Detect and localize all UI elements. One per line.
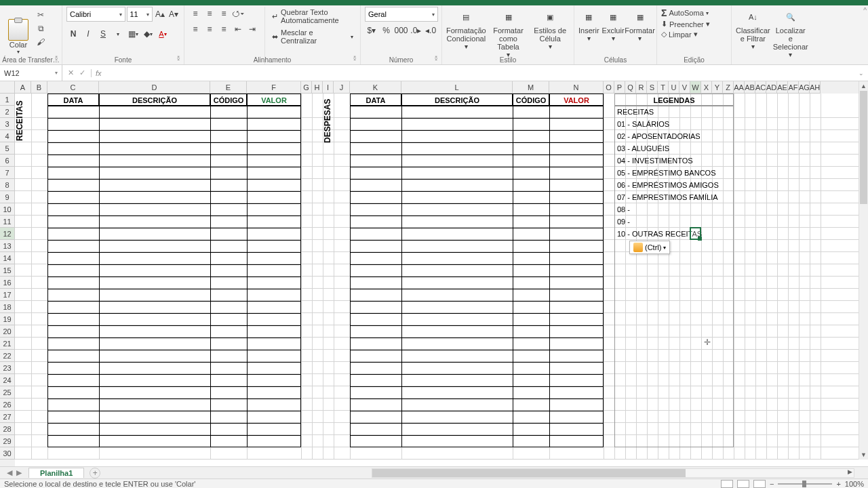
dec-decimal-icon[interactable]: ◂.0 (424, 24, 437, 37)
copy-icon[interactable]: ⧉ (35, 23, 46, 34)
row-header[interactable]: 11 (0, 216, 15, 228)
col-header[interactable]: F (247, 81, 301, 94)
row-header[interactable]: 2 (0, 106, 15, 118)
page-break-icon[interactable] (753, 480, 766, 488)
row-header[interactable]: 12 (0, 228, 15, 240)
orientation-icon[interactable]: ⭯▾ (231, 7, 245, 20)
row-header[interactable]: 5 (0, 142, 15, 155)
zoom-out-icon[interactable]: − (770, 480, 774, 488)
shrink-font-icon[interactable]: A▾ (167, 7, 180, 21)
zoom-in-icon[interactable]: + (836, 480, 840, 488)
row-header[interactable]: 18 (0, 301, 15, 313)
fx-icon[interactable]: fx (91, 69, 102, 77)
scroll-up-icon[interactable]: ▲ (859, 81, 868, 91)
underline-button[interactable]: S (96, 27, 110, 41)
col-header[interactable]: Z (723, 81, 734, 94)
row-header[interactable]: 24 (0, 374, 15, 386)
add-sheet-button[interactable]: + (90, 468, 100, 479)
align-center-icon[interactable]: ≡ (203, 22, 216, 36)
col-header[interactable]: N (549, 81, 604, 94)
prev-sheet-icon[interactable]: ◀ (7, 468, 12, 477)
col-header[interactable]: V (679, 81, 690, 94)
normal-view-icon[interactable] (721, 480, 733, 488)
row-header[interactable]: 21 (0, 338, 15, 350)
format-painter-icon[interactable]: 🖌 (35, 37, 46, 47)
row-header[interactable]: 15 (0, 264, 15, 277)
row-header[interactable]: 4 (0, 130, 15, 142)
col-header[interactable]: Q (625, 81, 636, 94)
col-header[interactable]: AH (810, 81, 821, 94)
row-header[interactable]: 29 (0, 435, 15, 447)
row-header[interactable]: 8 (0, 179, 15, 191)
col-header[interactable]: AD (766, 81, 777, 94)
page-layout-icon[interactable] (737, 480, 749, 488)
number-launcher[interactable]: ⧰ (432, 55, 440, 63)
align-bot-icon[interactable]: ≡ (217, 7, 231, 20)
select-all-corner[interactable] (0, 81, 15, 94)
row-header[interactable]: 3 (0, 118, 15, 130)
zoom-slider[interactable] (778, 483, 832, 485)
next-sheet-icon[interactable]: ▶ (16, 468, 22, 477)
row-header[interactable]: 25 (0, 386, 15, 399)
col-header[interactable]: AF (788, 81, 799, 94)
col-header[interactable]: P (614, 81, 625, 94)
col-header[interactable]: AA (734, 81, 745, 94)
row-header[interactable]: 19 (0, 313, 15, 325)
autosum-button[interactable]: ΣAutoSoma▾ (661, 7, 710, 19)
row-header[interactable]: 28 (0, 423, 15, 435)
sheet-tab-active[interactable]: Planilha1 (28, 468, 84, 478)
clear-button[interactable]: ◇Limpar▾ (661, 29, 710, 39)
col-header[interactable]: R (636, 81, 647, 94)
row-header[interactable]: 13 (0, 240, 15, 252)
col-header[interactable]: Y (712, 81, 723, 94)
row-header[interactable]: 16 (0, 277, 15, 289)
row-header[interactable]: 9 (0, 191, 15, 203)
row-header[interactable]: 20 (0, 325, 15, 338)
col-header[interactable]: X (701, 81, 712, 94)
font-launcher[interactable]: ⧰ (174, 55, 182, 63)
row-header[interactable]: 1 (0, 94, 15, 106)
scroll-right-icon[interactable]: ▶ (848, 468, 852, 475)
vertical-scrollbar[interactable]: ▲ ▼ (859, 81, 868, 460)
row-header[interactable]: 23 (0, 362, 15, 374)
col-header[interactable]: O (604, 81, 614, 94)
name-box[interactable]: W12▾ (0, 65, 62, 81)
currency-icon[interactable]: $▾ (365, 24, 378, 37)
expand-formula-icon[interactable]: ⌄ (854, 70, 868, 77)
align-right-icon[interactable]: ≡ (217, 22, 231, 36)
fill-button[interactable]: ⬇Preencher▾ (661, 19, 710, 29)
cells-area[interactable]: RECEITASDESPESASDATADESCRIÇÃOCÓDIGOVALOR… (15, 94, 859, 460)
col-header[interactable]: E (210, 81, 247, 94)
align-left-icon[interactable]: ≡ (189, 22, 202, 36)
col-header[interactable]: L (401, 81, 513, 94)
clipboard-launcher[interactable]: ⧰ (52, 55, 60, 63)
row-header[interactable]: 14 (0, 252, 15, 264)
col-header[interactable]: AC (755, 81, 766, 94)
number-format-combo[interactable]: Geral▾ (365, 7, 438, 22)
enter-icon[interactable]: ✓ (79, 68, 85, 77)
font-color-icon[interactable]: A▾ (156, 27, 170, 41)
col-header[interactable]: I (323, 81, 334, 94)
col-header[interactable]: D (99, 81, 210, 94)
col-header[interactable]: G (301, 81, 312, 94)
col-header[interactable]: AB (745, 81, 755, 94)
hscroll-thumb[interactable] (372, 469, 685, 477)
row-header[interactable]: 7 (0, 167, 15, 179)
col-header[interactable]: H (312, 81, 323, 94)
col-header[interactable]: B (31, 81, 47, 94)
row-header[interactable]: 22 (0, 350, 15, 362)
scroll-down-icon[interactable]: ▼ (859, 450, 868, 460)
italic-button[interactable]: I (81, 27, 95, 41)
row-header[interactable]: 6 (0, 155, 15, 167)
grow-font-icon[interactable]: A▴ (154, 7, 166, 21)
font-name-combo[interactable]: Calibri▾ (66, 7, 125, 22)
col-header[interactable]: AE (777, 81, 788, 94)
inc-decimal-icon[interactable]: .0▸ (410, 24, 423, 37)
borders-icon[interactable]: ▦▾ (126, 27, 140, 41)
collapse-ribbon-icon[interactable]: ^ (863, 7, 867, 14)
bold-button[interactable]: N (66, 27, 80, 41)
row-header[interactable]: 17 (0, 289, 15, 301)
col-header[interactable]: AG (799, 81, 810, 94)
horizontal-scrollbar[interactable]: ◀ ▶ (372, 468, 854, 478)
align-mid-icon[interactable]: ≡ (203, 7, 216, 20)
